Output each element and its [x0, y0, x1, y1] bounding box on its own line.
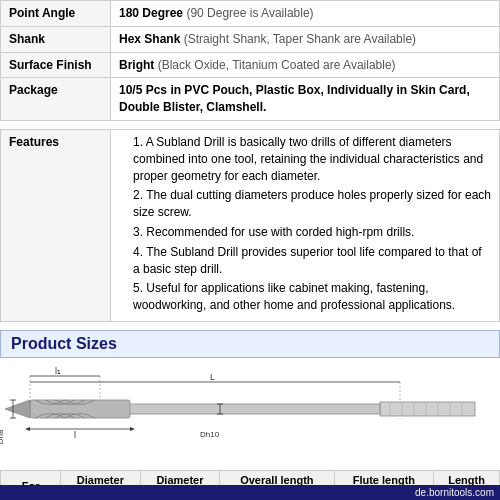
spec-value: Bright (Black Oxide, Titanium Coated are… — [111, 52, 500, 78]
spec-label: Package — [1, 78, 111, 121]
feature-item: 5. Useful for applications like cabinet … — [133, 280, 491, 314]
spec-label: Surface Finish — [1, 52, 111, 78]
feature-item: 2. The dual cutting diameters produce ho… — [133, 187, 491, 221]
feature-item: 4. The Subland Drill provides superior t… — [133, 244, 491, 278]
drill-diagram: l₁ L Dh8 — [0, 364, 500, 462]
svg-text:L: L — [210, 372, 215, 382]
spec-label: Shank — [1, 26, 111, 52]
spec-label: Point Angle — [1, 1, 111, 27]
svg-text:l₁: l₁ — [55, 366, 61, 376]
features-content: 1. A Subland Drill is basically two dril… — [111, 129, 500, 321]
svg-marker-28 — [130, 427, 135, 431]
feature-item: 3. Recommended for use with corded high-… — [133, 224, 491, 241]
features-label: Features — [1, 129, 111, 321]
feature-item: 1. A Subland Drill is basically two dril… — [133, 134, 491, 184]
spec-value: Hex Shank (Straight Shank, Taper Shank a… — [111, 26, 500, 52]
product-sizes-title: Product Sizes — [11, 335, 489, 353]
footer-bar: de.bornitools.com — [0, 485, 500, 500]
features-table: Features 1. A Subland Drill is basically… — [0, 129, 500, 322]
svg-rect-15 — [100, 404, 380, 414]
specs-table: Point Angle180 Degree (90 Degree is Avai… — [0, 0, 500, 121]
svg-text:l: l — [74, 430, 76, 440]
spec-value: 10/5 Pcs in PVC Pouch, Plastic Box, Indi… — [111, 78, 500, 121]
svg-text:Dh8: Dh8 — [0, 429, 5, 444]
product-sizes-section: Product Sizes — [0, 330, 500, 358]
footer-text: de.bornitools.com — [415, 487, 494, 498]
svg-marker-27 — [25, 427, 30, 431]
svg-marker-17 — [5, 400, 30, 418]
spec-value: 180 Degree (90 Degree is Available) — [111, 1, 500, 27]
svg-text:Dh10: Dh10 — [200, 430, 220, 439]
svg-rect-7 — [380, 402, 475, 416]
